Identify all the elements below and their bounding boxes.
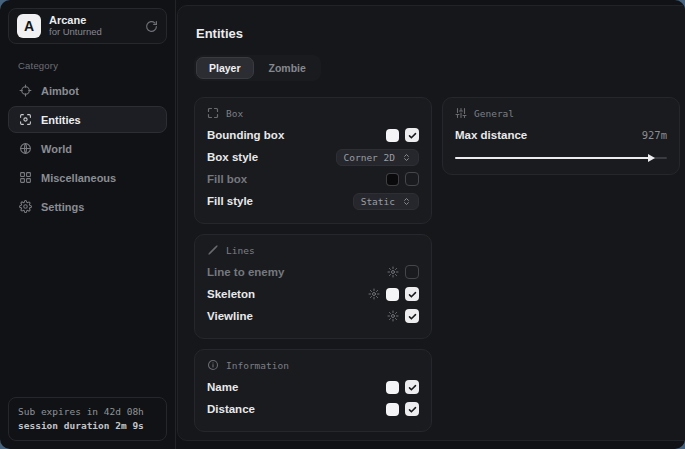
general-card: General Max distance 927m <box>442 97 680 175</box>
checkbox[interactable] <box>405 309 419 323</box>
color-swatch[interactable] <box>386 173 399 186</box>
box-corners-icon <box>207 107 219 119</box>
slider-fill <box>455 157 652 159</box>
slider-thumb[interactable] <box>648 154 655 162</box>
setting-label: Bounding box <box>207 129 386 141</box>
box-style-select[interactable]: Corner 2D <box>336 149 419 166</box>
setting-row: Viewline <box>207 305 419 327</box>
fill-style-select[interactable]: Static <box>353 193 419 210</box>
card-title: Box <box>226 108 243 119</box>
setting-row: Skeleton <box>207 283 419 305</box>
checkbox[interactable] <box>405 402 419 416</box>
color-swatch[interactable] <box>386 381 399 394</box>
sub-expires-text: Sub expires in 42d 08h <box>18 405 157 419</box>
sidebar-item-label: Miscellaneous <box>41 172 116 184</box>
sliders-icon <box>455 107 467 119</box>
sidebar-item-label: Aimbot <box>41 85 79 97</box>
setting-label: Line to enemy <box>207 266 387 278</box>
card-title: General <box>474 108 514 119</box>
app-name: Arcane <box>49 14 137 27</box>
crosshair-icon <box>19 84 32 97</box>
chevron-up-down-icon <box>402 197 411 206</box>
globe-icon <box>19 142 32 155</box>
session-duration-text: session duration 2m 9s <box>18 419 157 433</box>
information-card: Information Name D <box>194 349 432 432</box>
max-distance-value: 927m <box>642 129 667 141</box>
setting-row: Line to enemy <box>207 261 419 283</box>
scan-icon <box>19 113 32 126</box>
color-swatch[interactable] <box>386 288 399 301</box>
checkbox[interactable] <box>405 172 419 186</box>
setting-label: Distance <box>207 403 386 415</box>
setting-label: Max distance <box>455 129 642 141</box>
grid-icon <box>19 171 32 184</box>
setting-row: Fill box <box>207 168 419 190</box>
color-swatch[interactable] <box>386 129 399 142</box>
app-window: A Arcane for Unturned Category Aimbot <box>0 0 685 449</box>
app-logo: A <box>17 14 41 38</box>
gear-icon <box>19 200 32 213</box>
main-area: Entities Player Zombie <box>176 0 685 449</box>
setting-label: Box style <box>207 151 336 163</box>
color-swatch[interactable] <box>386 403 399 416</box>
setting-label: Name <box>207 381 386 393</box>
tab-player[interactable]: Player <box>196 57 254 79</box>
app-subtitle: for Unturned <box>49 27 137 38</box>
setting-row: Bounding box <box>207 124 419 146</box>
setting-label: Fill style <box>207 195 353 207</box>
entity-tabs: Player Zombie <box>194 55 321 81</box>
sidebar-item-settings[interactable]: Settings <box>8 193 167 220</box>
setting-row: Distance <box>207 398 419 420</box>
left-column: Box Bounding box B <box>194 97 432 432</box>
gear-icon[interactable] <box>387 310 399 322</box>
checkbox[interactable] <box>405 128 419 142</box>
gear-icon[interactable] <box>387 266 399 278</box>
sidebar: A Arcane for Unturned Category Aimbot <box>0 0 176 449</box>
setting-label: Skeleton <box>207 288 368 300</box>
pencil-line-icon <box>207 244 219 256</box>
card-title: Information <box>226 360 289 371</box>
sidebar-item-world[interactable]: World <box>8 135 167 162</box>
sidebar-nav: Aimbot Entities World <box>8 77 167 220</box>
sidebar-item-label: Entities <box>41 114 81 126</box>
setting-row: Max distance 927m <box>455 124 667 146</box>
max-distance-slider[interactable] <box>455 153 667 163</box>
setting-row: Name <box>207 376 419 398</box>
lines-card: Lines Line to enemy <box>194 234 432 339</box>
setting-row: Box style Corner 2D <box>207 146 419 168</box>
sidebar-item-entities[interactable]: Entities <box>8 106 167 133</box>
card-title: Lines <box>226 245 255 256</box>
sidebar-item-aimbot[interactable]: Aimbot <box>8 77 167 104</box>
main-panel: Entities Player Zombie <box>177 5 685 441</box>
checkbox[interactable] <box>405 380 419 394</box>
sidebar-item-label: World <box>41 143 72 155</box>
setting-row: Fill style Static <box>207 190 419 212</box>
setting-label: Fill box <box>207 173 386 185</box>
brand-card: A Arcane for Unturned <box>8 8 167 44</box>
chevron-up-down-icon <box>402 153 411 162</box>
page-title: Entities <box>196 26 680 41</box>
right-column: General Max distance 927m <box>442 97 680 175</box>
gear-icon[interactable] <box>368 288 380 300</box>
box-card: Box Bounding box B <box>194 97 432 224</box>
select-value: Corner 2D <box>344 152 395 163</box>
checkbox[interactable] <box>405 287 419 301</box>
checkbox[interactable] <box>405 265 419 279</box>
sidebar-item-label: Settings <box>41 201 84 213</box>
category-label: Category <box>18 60 157 71</box>
tab-zombie[interactable]: Zombie <box>256 57 319 79</box>
select-value: Static <box>361 196 395 207</box>
refresh-icon[interactable] <box>145 20 158 33</box>
subscription-status: Sub expires in 42d 08h session duration … <box>8 397 167 442</box>
sidebar-item-miscellaneous[interactable]: Miscellaneous <box>8 164 167 191</box>
setting-label: Viewline <box>207 310 387 322</box>
info-icon <box>207 359 219 371</box>
